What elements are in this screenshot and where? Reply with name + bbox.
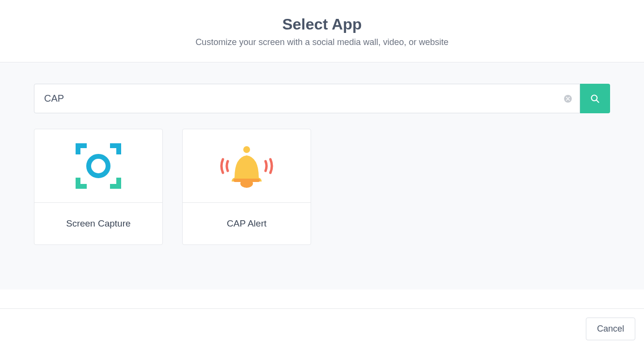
search-icon <box>590 94 600 104</box>
clear-search-button[interactable] <box>564 95 572 103</box>
content-area: Screen Capture CAP Alert <box>0 62 644 289</box>
app-card-cap-alert[interactable]: CAP Alert <box>182 129 311 245</box>
svg-line-1 <box>597 100 599 102</box>
svg-rect-4 <box>234 179 260 182</box>
svg-point-5 <box>243 146 250 153</box>
capture-icon <box>72 140 125 192</box>
search-bar <box>34 84 610 113</box>
svg-point-2 <box>89 156 108 176</box>
app-icon-area <box>34 129 162 203</box>
app-icon-area <box>183 129 311 203</box>
bell-alert-icon <box>220 144 273 188</box>
close-icon <box>566 97 570 101</box>
header: Select App Customize your screen with a … <box>0 0 644 62</box>
app-label: CAP Alert <box>183 203 311 244</box>
page-subtitle: Customize your screen with a social medi… <box>0 37 644 47</box>
app-card-screen-capture[interactable]: Screen Capture <box>34 129 163 245</box>
search-button[interactable] <box>580 84 610 113</box>
search-input[interactable] <box>34 84 580 113</box>
cancel-button[interactable]: Cancel <box>586 318 635 340</box>
search-input-wrap <box>34 84 580 113</box>
app-grid: Screen Capture CAP Alert <box>34 129 610 245</box>
app-label: Screen Capture <box>34 203 162 244</box>
footer: Cancel <box>0 308 644 349</box>
page-title: Select App <box>0 15 644 33</box>
